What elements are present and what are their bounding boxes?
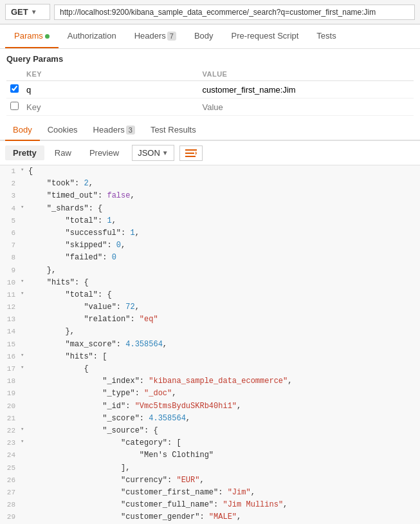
line-content: "took": 2,	[28, 178, 420, 190]
toggle-arrow-icon[interactable]: ▾	[21, 425, 28, 434]
preview-button[interactable]: Preview	[82, 145, 127, 160]
toggle-arrow-icon[interactable]: ▾	[21, 351, 28, 360]
line-content: "_shards": {	[28, 203, 420, 215]
json-line: 19 "_type": "_doc",	[0, 388, 420, 400]
json-line: 1▾{	[0, 165, 420, 178]
json-line: 22▾ "_source": {	[0, 425, 420, 437]
toggle-arrow-icon[interactable]: ▾	[21, 363, 28, 372]
line-content: },	[28, 326, 420, 338]
line-number: 14	[0, 326, 21, 338]
tab-body[interactable]: Body	[185, 24, 223, 48]
method-select[interactable]: GET ▼	[5, 4, 50, 20]
toggle-arrow-icon[interactable]: ▾	[21, 437, 28, 446]
param-row-1	[6, 98, 414, 116]
method-label: GET	[11, 7, 28, 17]
line-content: "failed": 0	[28, 252, 420, 264]
line-number: 26	[0, 474, 21, 487]
json-line: 11▾ "total": {	[0, 289, 420, 301]
line-content: "hits": [	[28, 351, 420, 363]
line-number: 10	[0, 277, 21, 289]
line-number: 5	[0, 215, 21, 227]
params-table: KEY VALUE	[6, 68, 414, 116]
line-content: "category": [	[28, 437, 420, 449]
line-content: "_index": "kibana_sample_data_ecommerce"…	[28, 375, 420, 388]
chevron-down-icon: ▼	[31, 8, 37, 15]
json-line: 20 "_id": "Vmc5tmsByduSKRb40hi1",	[0, 400, 420, 413]
param-key-1[interactable]	[23, 98, 198, 116]
tab-response-headers[interactable]: Headers3	[86, 120, 143, 141]
toggle-arrow-icon[interactable]: ▾	[21, 165, 28, 174]
wrap-button[interactable]	[179, 145, 203, 161]
line-content: "_score": 4.358564,	[28, 413, 420, 425]
line-number: 20	[0, 400, 21, 413]
line-content: ],	[28, 462, 420, 474]
json-line: 17▾ {	[0, 363, 420, 375]
line-number: 13	[0, 313, 21, 326]
tab-test-results[interactable]: Test Results	[143, 120, 204, 141]
tab-authorization[interactable]: Authorization	[59, 24, 125, 48]
line-number: 8	[0, 252, 21, 264]
toggle-arrow-icon[interactable]: ▾	[21, 277, 28, 286]
line-number: 25	[0, 462, 21, 474]
svg-rect-0	[185, 149, 197, 151]
line-number: 7	[0, 239, 21, 252]
tab-headers[interactable]: Headers7	[125, 24, 185, 48]
json-line: 10▾ "hits": {	[0, 277, 420, 289]
param-key-0[interactable]	[23, 81, 198, 98]
line-number: 9	[0, 265, 21, 277]
json-line: 23▾ "category": [	[0, 437, 420, 449]
line-content: },	[28, 265, 420, 277]
line-number: 27	[0, 487, 21, 499]
param-checkbox-0[interactable]	[6, 81, 23, 98]
query-params-section: Query Params KEY VALUE	[0, 49, 420, 116]
line-number: 11	[0, 289, 21, 301]
tab-tests[interactable]: Tests	[307, 24, 345, 48]
tab-params[interactable]: Params	[5, 24, 59, 48]
json-line: 6 "successful": 1,	[0, 227, 420, 239]
toggle-arrow-icon[interactable]: ▾	[21, 203, 28, 212]
line-number: 21	[0, 413, 21, 425]
line-number: 4	[0, 203, 21, 215]
line-content: "total": {	[28, 289, 420, 301]
line-content: "_source": {	[28, 425, 420, 437]
format-select[interactable]: JSON ▼	[132, 145, 174, 161]
toggle-arrow-icon[interactable]: ▾	[21, 289, 28, 298]
line-content: {	[28, 165, 420, 178]
param-value-1[interactable]	[198, 98, 414, 116]
json-line: 25 ],	[0, 462, 420, 474]
line-number: 28	[0, 499, 21, 511]
line-content: "timed_out": false,	[28, 190, 420, 202]
tab-response-body[interactable]: Body	[5, 120, 40, 141]
line-number: 6	[0, 227, 21, 239]
format-label: JSON	[138, 148, 160, 158]
line-content: "customer_full_name": "Jim Mullins",	[28, 499, 420, 511]
tab-prerequest[interactable]: Pre-request Script	[223, 24, 308, 48]
json-line: 26 "currency": "EUR",	[0, 474, 420, 487]
line-content: "_id": "Vmc5tmsByduSKRb40hi1",	[28, 400, 420, 413]
raw-button[interactable]: Raw	[47, 145, 79, 160]
line-content: "value": 72,	[28, 301, 420, 313]
param-value-0[interactable]	[198, 81, 414, 98]
json-line: 29 "customer_gender": "MALE",	[0, 511, 420, 523]
json-viewer: 1▾{2 "took": 2,3 "timed_out": false,4▾ "…	[0, 165, 420, 524]
tab-cookies[interactable]: Cookies	[40, 120, 86, 141]
pretty-button[interactable]: Pretty	[5, 145, 44, 160]
json-line: 12 "value": 72,	[0, 301, 420, 313]
line-number: 22	[0, 425, 21, 437]
page-wrapper: GET ▼ Params Authorization Headers7 Body…	[0, 0, 420, 524]
line-content: {	[28, 363, 420, 375]
line-number: 24	[0, 449, 21, 462]
line-number: 2	[0, 178, 21, 190]
param-checkbox-1[interactable]	[6, 98, 23, 116]
line-number: 16	[0, 351, 21, 363]
value-col-header: VALUE	[198, 68, 414, 81]
json-line: 21 "_score": 4.358564,	[0, 413, 420, 425]
line-number: 1	[0, 165, 21, 178]
json-line: 7 "skipped": 0,	[0, 239, 420, 252]
param-row-0	[6, 81, 414, 98]
line-content: "hits": {	[28, 277, 420, 289]
url-input[interactable]	[54, 5, 415, 20]
json-line: 2 "took": 2,	[0, 178, 420, 190]
params-dot	[45, 34, 50, 39]
line-number: 18	[0, 375, 21, 388]
